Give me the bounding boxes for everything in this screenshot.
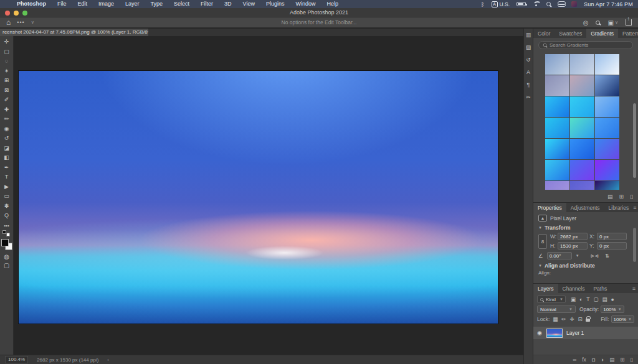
canvas-image[interactable] [19, 71, 498, 324]
tab-libraries[interactable]: Libraries [604, 203, 634, 212]
blend-mode-dropdown[interactable]: Normal ▼ [537, 306, 576, 313]
menu-bar-app-icon[interactable] [571, 1, 577, 7]
tab-channels[interactable]: Channels [558, 284, 589, 293]
menu-window[interactable]: Window [290, 0, 321, 8]
filter-pixel-layers-icon[interactable]: ▣ [571, 296, 576, 302]
character-panel-icon[interactable]: A [526, 70, 530, 75]
gradient-tool[interactable]: ◧ [1, 153, 13, 163]
x-field[interactable]: 0 px [597, 233, 627, 240]
color-swatches[interactable] [1, 239, 12, 250]
opacity-field[interactable]: 100% ▼ [601, 306, 624, 313]
minimize-window-button[interactable] [14, 11, 19, 16]
width-field[interactable]: 2682 px [558, 233, 588, 240]
link-layers-icon[interactable]: ∞ [573, 357, 576, 363]
layer-thumbnail[interactable] [546, 329, 563, 338]
type-tool[interactable]: T [1, 172, 13, 182]
battery-icon[interactable] [517, 2, 526, 6]
lock-artboard-icon[interactable]: ⊡ [578, 316, 583, 322]
gradients-scrollbar[interactable] [633, 103, 636, 178]
layer-mask-icon[interactable]: ◘ [592, 357, 595, 363]
history-panel-icon[interactable]: ↺ [526, 57, 531, 63]
menu-select[interactable]: Select [168, 0, 195, 8]
screen-mode-icon[interactable]: ▢ [4, 262, 9, 269]
link-dimensions-icon[interactable]: 8 [538, 234, 547, 249]
gradient-swatch-16[interactable] [545, 160, 569, 180]
canvas-pasteboard[interactable] [14, 36, 523, 355]
filter-toggle-icon[interactable]: ● [611, 296, 614, 302]
height-field[interactable]: 1530 px [558, 242, 588, 250]
gradient-swatch-13[interactable] [545, 139, 569, 159]
lock-transparency-icon[interactable]: ▦ [553, 316, 558, 322]
new-layer-icon[interactable]: ⊞ [620, 357, 624, 363]
gradient-swatch-12[interactable] [595, 118, 619, 138]
tab-layers[interactable]: Layers [533, 284, 558, 293]
panel-menu-icon[interactable]: ≡ [632, 284, 638, 293]
gradient-swatch-19[interactable] [545, 181, 569, 190]
gradient-swatch-14[interactable] [570, 139, 594, 159]
gradient-swatch-6[interactable] [595, 75, 619, 96]
fill-field[interactable]: 100% ▼ [611, 315, 634, 323]
layer-row[interactable]: ◉ Layer 1 [533, 327, 638, 339]
new-group-icon[interactable]: ▤ [609, 357, 614, 363]
delete-gradient-icon[interactable]: ▯ [630, 194, 633, 200]
gradient-swatch-15[interactable] [595, 139, 619, 159]
tab-properties[interactable]: Properties [533, 203, 566, 212]
menu-file[interactable]: File [52, 0, 72, 8]
angle-field[interactable]: 0.00° [547, 252, 572, 259]
wifi-icon[interactable] [533, 1, 540, 7]
menu-view[interactable]: View [237, 0, 260, 8]
toolbar-overflow-button[interactable]: ••• [17, 19, 24, 26]
zoom-tool[interactable]: Q [1, 211, 13, 221]
eyedropper-tool[interactable]: ✐ [1, 95, 13, 105]
gradient-swatch-9[interactable] [595, 96, 619, 117]
move-tool[interactable]: ✛ [1, 37, 13, 47]
layer-visibility-eye-icon[interactable]: ◉ [537, 330, 543, 336]
gradient-swatch-21[interactable] [595, 181, 619, 190]
crop-tool[interactable]: ⊞ [1, 76, 13, 86]
home-icon[interactable]: ⌂ [6, 18, 11, 27]
brush-tool[interactable]: ✏ [1, 114, 13, 124]
adjustments-panel-icon[interactable]: ▥ [526, 32, 531, 38]
paragraph-panel-icon[interactable]: ¶ [527, 82, 530, 88]
menu-plugins[interactable]: Plugins [260, 0, 290, 8]
lock-all-icon[interactable] [586, 319, 590, 322]
quick-mask-icon[interactable]: ◍ [4, 253, 9, 260]
close-window-button[interactable] [5, 11, 10, 16]
libraries-panel-icon[interactable]: ▨ [526, 45, 531, 50]
gradient-swatch-5[interactable] [570, 75, 594, 96]
zoom-window-button[interactable] [22, 11, 27, 16]
frame-tool[interactable]: ⊠ [1, 86, 13, 96]
y-field[interactable]: 0 px [597, 242, 627, 250]
tab-gradients[interactable]: Gradients [586, 29, 618, 38]
lock-pixels-icon[interactable]: ✏ [561, 316, 566, 322]
layer-filter-kind-dropdown[interactable]: Kind ▼ [537, 296, 566, 303]
gradient-swatch-4[interactable] [545, 75, 569, 96]
edit-toolbar-button[interactable]: ••• [4, 223, 9, 228]
filter-smart-objects-icon[interactable]: ▤ [602, 296, 607, 302]
learn-icon[interactable]: ◎ [583, 19, 589, 26]
gradient-swatch-18[interactable] [595, 160, 619, 180]
rectangle-tool[interactable]: ▭ [1, 192, 13, 202]
menu-edit[interactable]: Edit [72, 0, 93, 8]
filter-shape-layers-icon[interactable]: ▢ [593, 296, 598, 302]
foreground-color-swatch[interactable] [1, 239, 9, 246]
properties-scrollbar[interactable] [633, 228, 636, 262]
pen-tool[interactable]: ✒ [1, 163, 13, 173]
filter-type-layers-icon[interactable]: T [586, 296, 589, 302]
search-gradients-field[interactable]: Search Gradients [538, 41, 633, 49]
gradient-swatch-20[interactable] [570, 181, 594, 190]
tab-color[interactable]: Color [533, 29, 555, 38]
transform-section-header[interactable]: ▼ Transform [533, 222, 638, 231]
menu-3d[interactable]: 3D [219, 0, 237, 8]
menu-bar-clock[interactable]: Sun Apr 7 7:46 PM [584, 1, 633, 7]
search-icon[interactable] [596, 21, 600, 25]
document-tab[interactable]: reenshot 2024-04-07 at 7.45.06PM.png @ 1… [0, 29, 148, 36]
input-source-menu[interactable]: A U.S. [492, 1, 510, 7]
flip-vertical-icon[interactable]: ⇅ [605, 253, 609, 259]
menu-image[interactable]: Image [93, 0, 120, 8]
gradient-swatch-7[interactable] [545, 96, 569, 117]
tool-presets-panel-icon[interactable]: ✂ [526, 95, 531, 100]
panel-menu-icon[interactable]: ≡ [633, 203, 638, 212]
tab-paths[interactable]: Paths [589, 284, 611, 293]
lasso-tool[interactable]: ◌ [1, 57, 13, 67]
